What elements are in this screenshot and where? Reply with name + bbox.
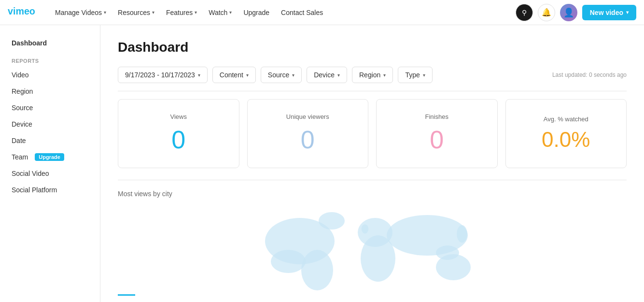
map-section: Most views by city <box>118 180 627 296</box>
svg-point-11 <box>457 225 467 243</box>
top-navigation: vimeo Manage Videos ▾ Resources ▾ Featur… <box>0 0 644 25</box>
nav-upgrade[interactable]: Upgrade <box>238 6 274 19</box>
source-filter[interactable]: Source ▾ <box>261 67 302 83</box>
svg-point-4 <box>301 250 333 290</box>
vimeo-logo[interactable]: vimeo <box>8 6 42 19</box>
stat-label-unique-viewers: Unique viewers <box>286 113 329 120</box>
sidebar-section-reports: REPORTS <box>0 51 100 67</box>
stat-label-views: Views <box>170 113 187 120</box>
stat-value-avg-watched: 0.0% <box>542 128 590 152</box>
chevron-down-icon: ▾ <box>198 72 200 78</box>
nav-watch[interactable]: Watch ▾ <box>204 6 237 19</box>
sidebar-item-region[interactable]: Region <box>0 83 100 100</box>
sidebar-item-team[interactable]: Team Upgrade <box>0 149 100 165</box>
chevron-down-icon: ▾ <box>229 10 232 15</box>
chevron-down-icon: ▾ <box>152 10 154 15</box>
stat-value-unique-viewers: 0 <box>301 125 315 154</box>
chevron-down-icon: ▾ <box>195 10 197 15</box>
nav-right-actions: ⚲ 🔔 👤 New video ▾ <box>516 4 636 21</box>
svg-point-10 <box>362 224 368 233</box>
notifications-button[interactable]: 🔔 <box>538 4 555 21</box>
type-filter[interactable]: Type ▾ <box>398 67 432 83</box>
filters-bar: 9/17/2023 - 10/17/2023 ▾ Content ▾ Sourc… <box>118 67 627 83</box>
sidebar-item-video[interactable]: Video <box>0 67 100 83</box>
chevron-down-icon: ▾ <box>383 72 386 78</box>
nav-features[interactable]: Features ▾ <box>161 6 202 19</box>
device-filter[interactable]: Device ▾ <box>307 67 347 83</box>
sidebar-item-social-platform[interactable]: Social Platform <box>0 182 100 198</box>
chevron-down-icon: ▾ <box>246 72 249 78</box>
stat-card-views: Views 0 <box>118 99 239 168</box>
new-video-button[interactable]: New video ▾ <box>582 5 636 20</box>
chevron-down-icon: ▾ <box>104 10 106 15</box>
chevron-down-icon: ▾ <box>292 72 294 78</box>
main-content: Dashboard 9/17/2023 - 10/17/2023 ▾ Conte… <box>100 25 644 302</box>
chevron-down-icon: ▾ <box>337 72 340 78</box>
sidebar: Dashboard REPORTS Video Region Source De… <box>0 25 100 302</box>
stat-card-avg-watched: Avg. % watched 0.0% <box>505 99 627 168</box>
nav-resources[interactable]: Resources ▾ <box>113 6 159 19</box>
stat-label-avg-watched: Avg. % watched <box>544 115 588 123</box>
bell-icon: 🔔 <box>542 8 551 17</box>
nav-manage-videos[interactable]: Manage Videos ▾ <box>50 6 111 19</box>
world-map-svg <box>118 203 627 290</box>
stat-value-finishes: 0 <box>430 125 444 154</box>
map-underline <box>118 294 135 296</box>
svg-point-9 <box>319 212 345 230</box>
stat-label-finishes: Finishes <box>425 113 448 120</box>
map-label: Most views by city <box>118 190 627 198</box>
map-container <box>118 203 627 290</box>
avatar[interactable]: 👤 <box>560 4 577 21</box>
sidebar-item-dashboard[interactable]: Dashboard <box>0 35 100 51</box>
content-filter[interactable]: Content ▾ <box>212 67 256 83</box>
divider <box>118 91 627 91</box>
nav-contact-sales[interactable]: Contact Sales <box>276 6 328 19</box>
stat-card-finishes: Finishes 0 <box>376 99 498 168</box>
chevron-down-icon: ▾ <box>423 72 425 78</box>
sidebar-item-date[interactable]: Date <box>0 132 100 149</box>
region-filter[interactable]: Region ▾ <box>352 67 393 83</box>
svg-text:vimeo: vimeo <box>8 6 35 16</box>
chevron-down-icon: ▾ <box>626 10 629 15</box>
svg-point-3 <box>271 250 306 273</box>
sidebar-item-social-video[interactable]: Social Video <box>0 165 100 182</box>
sidebar-item-device[interactable]: Device <box>0 116 100 132</box>
svg-point-12 <box>436 245 459 260</box>
stats-row: Views 0 Unique viewers 0 Finishes 0 Avg.… <box>118 99 627 168</box>
sidebar-item-source[interactable]: Source <box>0 100 100 116</box>
search-icon: ⚲ <box>522 9 527 16</box>
stat-value-views: 0 <box>171 125 185 154</box>
page-title: Dashboard <box>118 40 627 55</box>
search-button[interactable]: ⚲ <box>516 4 533 21</box>
main-layout: Dashboard REPORTS Video Region Source De… <box>0 25 644 302</box>
date-range-filter[interactable]: 9/17/2023 - 10/17/2023 ▾ <box>118 67 208 83</box>
last-updated-text: Last updated: 0 seconds ago <box>552 72 627 78</box>
upgrade-badge[interactable]: Upgrade <box>35 153 64 161</box>
stat-card-unique-viewers: Unique viewers 0 <box>247 99 369 168</box>
